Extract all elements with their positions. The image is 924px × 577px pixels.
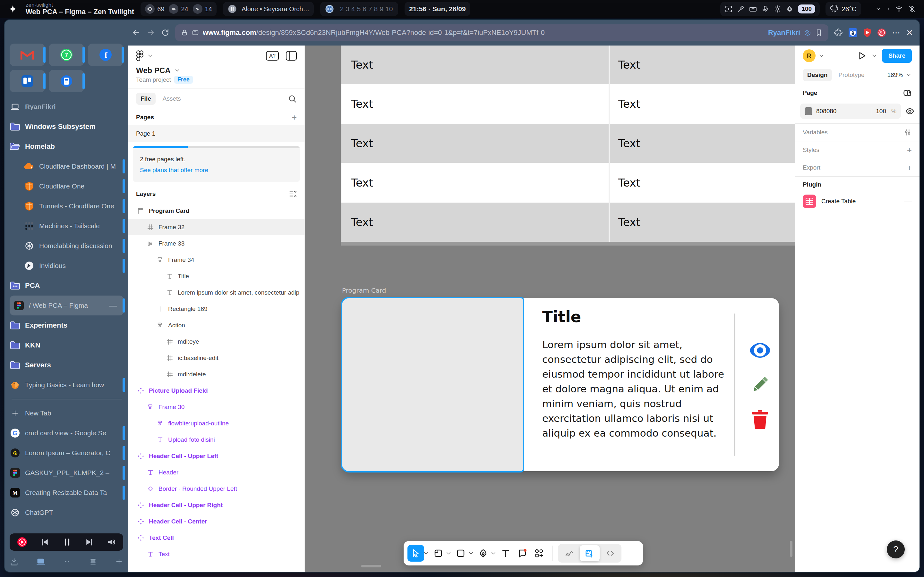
- adblock-shield-icon[interactable]: [863, 28, 871, 37]
- puzzle-icon[interactable]: [834, 29, 843, 37]
- layer-row-mdi-eye[interactable]: mdi:eye: [128, 334, 304, 350]
- layer-row-header-cell-center[interactable]: Header Cell - Center: [128, 513, 304, 530]
- share-button[interactable]: Share: [882, 49, 912, 63]
- bluetooth-off-icon[interactable]: [908, 5, 916, 13]
- rings-icon[interactable]: [325, 4, 334, 14]
- tab-design[interactable]: Design: [803, 69, 832, 81]
- table-row[interactable]: TextText: [341, 124, 795, 163]
- sidebar-item-homelabbing-discussion[interactable]: Homelabbing discussion: [10, 236, 124, 256]
- site-permissions-icon[interactable]: [192, 29, 199, 36]
- chevron-down-icon[interactable]: [490, 550, 497, 556]
- workspace-number[interactable]: 9: [379, 5, 384, 13]
- layer-row-program-card[interactable]: Program Card: [128, 203, 304, 219]
- brightness-icon[interactable]: [774, 5, 781, 13]
- pause-icon[interactable]: [62, 537, 72, 547]
- chevron-down-icon[interactable]: [468, 550, 474, 556]
- draw-toggle-button[interactable]: [559, 545, 579, 561]
- table-row[interactable]: TextText: [341, 45, 795, 84]
- dots-pair-icon[interactable]: [63, 558, 71, 566]
- see-plans-link[interactable]: See plans that offer more: [140, 167, 208, 173]
- table-cell[interactable]: Text: [609, 45, 795, 84]
- delete-action-icon[interactable]: [751, 409, 769, 430]
- layer-row-frame-30[interactable]: Frame 30: [128, 399, 304, 415]
- avatar[interactable]: R: [803, 49, 816, 62]
- workspace-number[interactable]: 7: [367, 5, 373, 13]
- layer-row-border-rounded-upper-left[interactable]: Border - Rounded Upper Left: [128, 480, 304, 497]
- sidebar-item--web-pca-figma[interactable]: / Web PCA – Figma—: [10, 295, 124, 316]
- layer-row-lorem-ipsum-dolor-sit-amet-consectetur-a[interactable]: Lorem ipsum dolor sit amet, consectetur …: [128, 284, 304, 301]
- table-cell[interactable]: Text: [609, 84, 795, 124]
- sidebar-item-crud-card-view-google-se[interactable]: Gcrud card view - Google Se: [10, 423, 124, 443]
- layers-sort-icon[interactable]: [288, 190, 297, 198]
- screenshot-icon[interactable]: [725, 5, 732, 13]
- close-window-icon[interactable]: ✕: [906, 28, 913, 38]
- figma-canvas[interactable]: TextTextTextTextTextTextTextTextTextText…: [305, 45, 795, 572]
- color-opacity-value[interactable]: 100: [876, 108, 886, 115]
- missing-fonts-icon[interactable]: A?: [266, 51, 279, 61]
- zoom-level[interactable]: 189%: [887, 71, 912, 79]
- layer-row-mdi-delete[interactable]: mdi:delete: [128, 366, 304, 382]
- next-icon[interactable]: [84, 537, 94, 547]
- layer-row-header[interactable]: Header: [128, 464, 304, 480]
- code-toggle-button[interactable]: [600, 545, 620, 561]
- color-hex-value[interactable]: 808080: [816, 108, 868, 115]
- sidebar-item-typing-basics-learn-how[interactable]: Typing Basics - Learn how: [10, 375, 124, 395]
- dot-icon[interactable]: [887, 7, 890, 11]
- workspace-number[interactable]: 2: [339, 5, 344, 13]
- table-cell[interactable]: Text: [609, 124, 795, 163]
- eyedropper-icon[interactable]: [737, 5, 745, 13]
- table-cell[interactable]: Text: [609, 203, 795, 242]
- keyboard-icon[interactable]: [749, 5, 757, 13]
- edit-action-icon[interactable]: [750, 374, 771, 395]
- layer-row-rectangle-169[interactable]: Rectangle 169: [128, 301, 304, 317]
- pinned-app-tile[interactable]: 7: [49, 44, 84, 66]
- figma-menu-icon[interactable]: [136, 50, 144, 61]
- wifi-icon[interactable]: [895, 5, 903, 13]
- chevron-down-icon[interactable]: [871, 53, 877, 59]
- sidebar-folder-kkn[interactable]: KKN: [10, 335, 124, 355]
- layer-row-picture-upload-field[interactable]: Picture Upload Field: [128, 382, 304, 399]
- sidebar-folder-homelab[interactable]: Homelab: [10, 137, 124, 156]
- text-tool-button[interactable]: [497, 545, 514, 562]
- sidebar-item-gaskuy-ppl-klmpk-2-[interactable]: GASKUY_PPL_KLMPK_2 –: [10, 463, 124, 483]
- download-tray-icon[interactable]: [10, 557, 19, 566]
- sidebar-folder-pca[interactable]: PCA: [10, 276, 124, 295]
- sidebar-item-machines-tailscale[interactable]: Machines - Tailscale: [10, 216, 124, 236]
- table-row[interactable]: TextText: [341, 163, 795, 203]
- sidebar-item-invidious[interactable]: Invidious: [10, 256, 124, 276]
- frame-tool-button[interactable]: [430, 545, 447, 562]
- plus-icon[interactable]: [115, 558, 123, 566]
- layer-row-action[interactable]: Action: [128, 317, 304, 334]
- sidebar-folder-windows-subsystem[interactable]: Windows Subsystem: [10, 117, 124, 137]
- table-row[interactable]: TextText: [341, 84, 795, 124]
- forward-icon[interactable]: [146, 28, 155, 37]
- card-body-text[interactable]: Lorem ipsum dolor sit amet, consectetur …: [542, 337, 732, 440]
- visibility-eye-icon[interactable]: [905, 107, 914, 116]
- workspace-number[interactable]: 8: [373, 5, 379, 13]
- canvas-vertical-scrollbar[interactable]: [790, 541, 792, 557]
- back-icon[interactable]: [132, 28, 141, 37]
- remove-plugin-icon[interactable]: —: [904, 197, 912, 206]
- sidebar-item-creating-resizable-data-ta[interactable]: MCreating Resizable Data Ta: [10, 483, 124, 503]
- sidebar-item-tunnels-cloudflare-one[interactable]: Tunnels - Cloudflare One: [10, 196, 124, 216]
- layer-row-ic-baseline-edit[interactable]: ic:baseline-edit: [128, 350, 304, 366]
- pinned-app-tile[interactable]: f: [88, 44, 123, 66]
- page-item-selected[interactable]: Page 1: [128, 125, 304, 142]
- chevron-down-icon[interactable]: [445, 550, 452, 556]
- color-swatch[interactable]: [804, 107, 813, 115]
- table-row[interactable]: TextText: [341, 203, 795, 242]
- chevron-down-icon[interactable]: [423, 550, 429, 556]
- measure-toggle-button[interactable]: [580, 545, 599, 561]
- variables-sliders-icon[interactable]: [903, 128, 912, 137]
- table-cell[interactable]: Text: [609, 163, 795, 203]
- layer-row-upload-foto-disini[interactable]: Upload foto disini: [128, 432, 304, 448]
- table-frame[interactable]: TextTextTextTextTextTextTextTextTextText: [341, 45, 795, 245]
- tab-assets[interactable]: Assets: [158, 93, 186, 105]
- pinned-app-tile[interactable]: [10, 44, 45, 66]
- eye-action-icon[interactable]: [748, 340, 772, 360]
- table-cell[interactable]: Text: [341, 124, 609, 163]
- table-cell[interactable]: Text: [341, 84, 609, 124]
- more-menu-icon[interactable]: ⋯: [892, 28, 900, 38]
- url-bar[interactable]: www.figma.com/design/859xSCd6n23NRjubFmg…: [175, 24, 829, 41]
- sidebar-folder-servers[interactable]: Servers: [10, 355, 124, 375]
